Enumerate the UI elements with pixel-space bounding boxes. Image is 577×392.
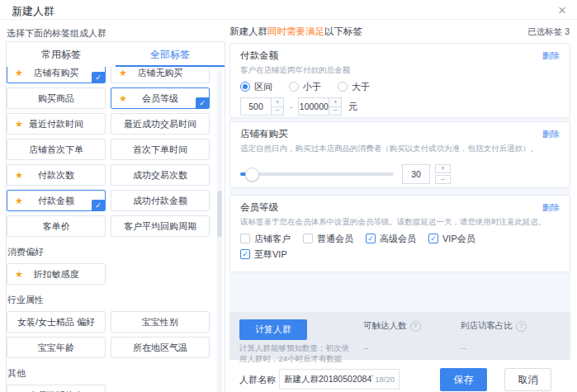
days-slider-row: 30 + − [240, 164, 560, 184]
tag-label: 客户平均回购周期 [124, 220, 196, 233]
tag-label: 成功交易次数 [133, 169, 187, 182]
tag-button[interactable]: 会员激活状态 [7, 385, 106, 392]
member-level-checkbox-group: 店铺客户普通会员✓高级会员✓VIP会员✓至尊VIP [240, 234, 547, 259]
tag-button[interactable]: 客户平均回购周期 [111, 215, 210, 237]
close-icon[interactable]: × [558, 3, 566, 17]
tab-all-tags[interactable]: 全部标签 [116, 42, 225, 67]
delete-shop-purchase-link[interactable]: 删除 [542, 128, 560, 139]
min-amount-input[interactable]: 500 [240, 97, 272, 116]
tag-button[interactable]: 宝宝年龄 [7, 337, 106, 358]
help-icon[interactable]: ? [516, 321, 527, 332]
tag-button[interactable]: ★会员等级✓ [111, 87, 210, 109]
tag-button[interactable]: ★付款次数 [7, 164, 106, 186]
calculate-audience-button[interactable]: 计算人群 [239, 319, 307, 340]
tag-label: 宝宝性别 [142, 316, 178, 328]
max-amount-input[interactable]: 100000 [298, 97, 329, 116]
tag-button[interactable]: 最近成功交易时间 [111, 113, 210, 135]
tag-button[interactable]: ★折扣敏感度 [7, 263, 106, 285]
audience-name-label: 人群名称 [239, 374, 276, 386]
tag-button[interactable]: 成功付款金额 [111, 190, 210, 211]
checkbox-icon: ✓ [366, 234, 376, 243]
tag-button[interactable]: ★付款金额✓ [7, 190, 106, 211]
radio-option[interactable]: 区间 [240, 82, 272, 92]
tag-button[interactable]: 购买商品 [7, 87, 106, 109]
plus-icon[interactable]: + [329, 98, 341, 107]
right-title-highlight: 同时需要满足 [267, 26, 324, 36]
days-slider[interactable] [240, 172, 394, 176]
stat-value: -- [363, 343, 421, 352]
amount-radio-group: 区间小于大于 [240, 82, 560, 92]
section-description: 客户在店铺近两年付款的总金额 [240, 65, 560, 75]
radio-icon [240, 82, 250, 92]
minus-icon[interactable]: − [272, 107, 283, 116]
tag-button[interactable]: 首次下单时间 [111, 139, 210, 160]
max-amount-stepper[interactable]: + − [329, 97, 342, 116]
cancel-button[interactable]: 取消 [504, 368, 551, 391]
radio-option[interactable]: 小于 [289, 82, 321, 92]
star-icon: ★ [15, 270, 23, 279]
stat-store-visit-ratio: 到店访客占比?-- [461, 320, 527, 352]
checkbox-label: 店铺客户 [254, 234, 291, 243]
tag-button[interactable]: 宝宝性别 [111, 311, 210, 333]
checkbox-option[interactable]: ✓高级会员 [366, 234, 428, 243]
audience-name-value: 新建人群2018050208475 [284, 374, 373, 385]
radio-label: 区间 [254, 82, 272, 92]
star-icon: ★ [15, 68, 23, 78]
range-separator: - [290, 102, 292, 111]
plus-icon[interactable]: + [272, 98, 283, 107]
star-icon: ★ [119, 68, 127, 78]
checkbox-icon [303, 234, 313, 243]
tag-button[interactable]: ★店铺无购买 [111, 67, 210, 83]
tag-button[interactable]: ★最近付款时间 [7, 113, 106, 135]
left-panel-scrollbar[interactable] [217, 70, 222, 392]
days-input[interactable]: 30 [402, 164, 430, 184]
audience-name-input[interactable]: 新建人群2018050208475 18/20 [279, 369, 400, 390]
radio-icon [338, 82, 348, 92]
tag-label: 会员等级 [142, 92, 178, 105]
radio-option[interactable]: 大于 [338, 82, 370, 92]
stat-label-row: 到店访客占比? [461, 320, 527, 332]
tag-label: 最近付款时间 [29, 118, 83, 130]
delete-payment-amount-link[interactable]: 删除 [542, 50, 560, 61]
amount-unit: 元 [348, 101, 357, 113]
checkbox-option[interactable]: 普通会员 [303, 234, 366, 243]
checkbox-option[interactable]: 店铺客户 [240, 234, 303, 243]
scrollbar-thumb[interactable] [217, 191, 222, 237]
radio-label: 小于 [303, 82, 321, 92]
tag-tabs: 常用标签全部标签 [7, 42, 225, 68]
star-icon: ★ [15, 196, 23, 205]
star-icon: ★ [15, 120, 23, 129]
minus-button[interactable]: − [435, 175, 451, 184]
tag-button[interactable]: ★店铺有购买✓ [7, 67, 106, 83]
tab-common-tags[interactable]: 常用标签 [7, 42, 116, 67]
save-button[interactable]: 保存 [440, 368, 487, 391]
right-title-prefix: 新建人群 [229, 26, 267, 36]
radio-icon [289, 82, 299, 92]
tag-button[interactable]: 女装/女士精品 偏好 [7, 311, 106, 333]
minus-icon[interactable]: − [329, 107, 341, 116]
checkbox-label: VIP会员 [442, 234, 475, 243]
section-member-level: 会员等级 删除 该标签基于您在会员体系中设置的会员等级。该数据延迟一天，请您使用… [229, 195, 570, 272]
tag-button[interactable]: 客单价 [7, 215, 106, 237]
plus-button[interactable]: + [435, 164, 451, 173]
help-icon[interactable]: ? [410, 321, 421, 332]
section-payment-amount: 付款金额 删除 客户在店铺近两年付款的总金额 区间小于大于 500 + − - … [229, 43, 570, 118]
checkbox-option[interactable]: ✓VIP会员 [428, 234, 491, 243]
slider-handle[interactable] [245, 168, 259, 182]
tag-label: 首次下单时间 [133, 144, 187, 156]
checked-badge-icon: ✓ [196, 97, 209, 108]
tag-label: 所在地区气温 [133, 342, 187, 354]
checkbox-label: 至尊VIP [254, 249, 287, 259]
tag-label: 付款次数 [38, 169, 74, 182]
left-instruction: 选择下面的标签组成人群 [7, 27, 106, 40]
delete-member-level-link[interactable]: 删除 [542, 201, 560, 213]
min-amount-stepper[interactable]: + − [272, 97, 284, 116]
checkbox-icon: ✓ [428, 234, 438, 243]
tag-button[interactable]: 所在地区气温 [111, 337, 210, 358]
tag-group-label: 行业属性 [7, 289, 210, 307]
tag-label: 宝宝年龄 [38, 342, 74, 354]
tag-button[interactable]: 店铺首次下单 [7, 139, 106, 160]
amount-range-row: 500 + − - 100000 + − 元 [240, 97, 560, 116]
tag-button[interactable]: 成功交易次数 [111, 164, 210, 186]
checkbox-option[interactable]: ✓至尊VIP [240, 249, 303, 259]
